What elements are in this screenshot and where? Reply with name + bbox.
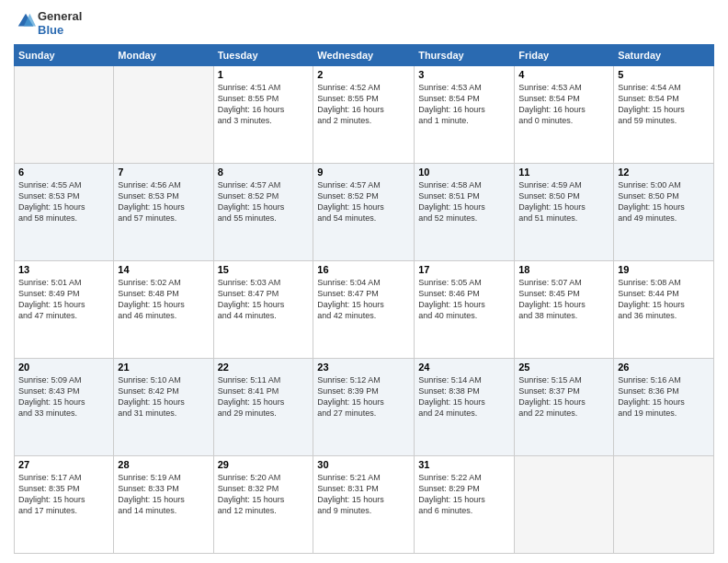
calendar-cell: 11Sunrise: 4:59 AM Sunset: 8:50 PM Dayli… [515, 164, 614, 261]
day-number: 20 [18, 362, 109, 373]
calendar-cell [15, 66, 114, 164]
calendar-cell: 10Sunrise: 4:58 AM Sunset: 8:51 PM Dayli… [415, 164, 515, 261]
day-number: 6 [18, 167, 109, 178]
day-number: 3 [418, 69, 510, 80]
day-number: 15 [218, 264, 310, 275]
calendar-cell: 4Sunrise: 4:53 AM Sunset: 8:54 PM Daylig… [515, 66, 614, 164]
day-info: Sunrise: 5:01 AM Sunset: 8:49 PM Dayligh… [18, 277, 109, 322]
day-number: 8 [218, 167, 310, 178]
calendar-cell: 31Sunrise: 5:22 AM Sunset: 8:29 PM Dayli… [415, 456, 515, 554]
calendar-cell: 30Sunrise: 5:21 AM Sunset: 8:31 PM Dayli… [313, 456, 415, 554]
dow-header-wednesday: Wednesday [313, 45, 415, 66]
calendar-cell: 27Sunrise: 5:17 AM Sunset: 8:35 PM Dayli… [15, 456, 114, 554]
calendar-cell: 23Sunrise: 5:12 AM Sunset: 8:39 PM Dayli… [313, 359, 415, 456]
calendar-cell [614, 456, 714, 554]
day-info: Sunrise: 5:08 AM Sunset: 8:44 PM Dayligh… [618, 277, 710, 322]
dow-header-monday: Monday [114, 45, 213, 66]
day-number: 18 [518, 264, 609, 275]
day-info: Sunrise: 4:53 AM Sunset: 8:54 PM Dayligh… [418, 82, 510, 127]
day-number: 16 [317, 264, 410, 275]
calendar-cell: 13Sunrise: 5:01 AM Sunset: 8:49 PM Dayli… [15, 261, 114, 359]
day-number: 19 [618, 264, 710, 275]
day-info: Sunrise: 4:57 AM Sunset: 8:52 PM Dayligh… [218, 179, 310, 224]
calendar-cell: 26Sunrise: 5:16 AM Sunset: 8:36 PM Dayli… [614, 359, 714, 456]
day-number: 7 [118, 167, 209, 178]
calendar-cell: 24Sunrise: 5:14 AM Sunset: 8:38 PM Dayli… [415, 359, 515, 456]
day-number: 27 [18, 459, 109, 470]
day-number: 30 [317, 459, 410, 470]
day-info: Sunrise: 4:51 AM Sunset: 8:55 PM Dayligh… [218, 82, 310, 127]
calendar-cell: 8Sunrise: 4:57 AM Sunset: 8:52 PM Daylig… [213, 164, 313, 261]
day-info: Sunrise: 5:09 AM Sunset: 8:43 PM Dayligh… [18, 374, 109, 419]
calendar-cell: 17Sunrise: 5:05 AM Sunset: 8:46 PM Dayli… [415, 261, 515, 359]
day-info: Sunrise: 5:07 AM Sunset: 8:45 PM Dayligh… [518, 277, 609, 322]
day-number: 24 [418, 362, 510, 373]
day-number: 22 [218, 362, 310, 373]
day-info: Sunrise: 5:20 AM Sunset: 8:32 PM Dayligh… [218, 472, 310, 517]
day-info: Sunrise: 5:05 AM Sunset: 8:46 PM Dayligh… [418, 277, 510, 322]
dow-header-tuesday: Tuesday [213, 45, 313, 66]
calendar-cell: 19Sunrise: 5:08 AM Sunset: 8:44 PM Dayli… [614, 261, 714, 359]
day-info: Sunrise: 4:53 AM Sunset: 8:54 PM Dayligh… [518, 82, 609, 127]
logo-text-general: General [38, 9, 82, 23]
week-row-4: 20Sunrise: 5:09 AM Sunset: 8:43 PM Dayli… [15, 359, 714, 456]
day-number: 4 [518, 69, 609, 80]
calendar-body: 1Sunrise: 4:51 AM Sunset: 8:55 PM Daylig… [15, 66, 714, 554]
day-number: 12 [618, 167, 710, 178]
day-info: Sunrise: 4:54 AM Sunset: 8:54 PM Dayligh… [618, 82, 710, 127]
dow-header-saturday: Saturday [614, 45, 714, 66]
calendar-cell: 12Sunrise: 5:00 AM Sunset: 8:50 PM Dayli… [614, 164, 714, 261]
day-info: Sunrise: 5:10 AM Sunset: 8:42 PM Dayligh… [118, 374, 209, 419]
day-info: Sunrise: 5:15 AM Sunset: 8:37 PM Dayligh… [518, 374, 609, 419]
day-number: 14 [118, 264, 209, 275]
day-info: Sunrise: 4:55 AM Sunset: 8:53 PM Dayligh… [18, 179, 109, 224]
week-row-1: 1Sunrise: 4:51 AM Sunset: 8:55 PM Daylig… [15, 66, 714, 164]
day-info: Sunrise: 5:12 AM Sunset: 8:39 PM Dayligh… [317, 374, 410, 419]
day-info: Sunrise: 5:00 AM Sunset: 8:50 PM Dayligh… [618, 179, 710, 224]
day-info: Sunrise: 5:19 AM Sunset: 8:33 PM Dayligh… [118, 472, 209, 517]
day-number: 23 [317, 362, 410, 373]
day-info: Sunrise: 5:14 AM Sunset: 8:38 PM Dayligh… [418, 374, 510, 419]
day-number: 9 [317, 167, 410, 178]
day-number: 28 [118, 459, 209, 470]
calendar-cell [114, 66, 213, 164]
day-info: Sunrise: 5:22 AM Sunset: 8:29 PM Dayligh… [418, 472, 510, 517]
day-info: Sunrise: 5:17 AM Sunset: 8:35 PM Dayligh… [18, 472, 109, 517]
calendar-cell: 5Sunrise: 4:54 AM Sunset: 8:54 PM Daylig… [614, 66, 714, 164]
day-number: 29 [218, 459, 310, 470]
calendar-cell: 29Sunrise: 5:20 AM Sunset: 8:32 PM Dayli… [213, 456, 313, 554]
day-info: Sunrise: 4:59 AM Sunset: 8:50 PM Dayligh… [518, 179, 609, 224]
logo-icon [16, 11, 36, 31]
day-info: Sunrise: 5:21 AM Sunset: 8:31 PM Dayligh… [317, 472, 410, 517]
dow-header-sunday: Sunday [15, 45, 114, 66]
day-number: 13 [18, 264, 109, 275]
calendar: SundayMondayTuesdayWednesdayThursdayFrid… [14, 44, 714, 554]
day-number: 5 [618, 69, 710, 80]
dow-header-thursday: Thursday [415, 45, 515, 66]
calendar-cell: 21Sunrise: 5:10 AM Sunset: 8:42 PM Dayli… [114, 359, 213, 456]
calendar-cell: 3Sunrise: 4:53 AM Sunset: 8:54 PM Daylig… [415, 66, 515, 164]
calendar-cell: 22Sunrise: 5:11 AM Sunset: 8:41 PM Dayli… [213, 359, 313, 456]
day-info: Sunrise: 4:52 AM Sunset: 8:55 PM Dayligh… [317, 82, 410, 127]
calendar-cell: 6Sunrise: 4:55 AM Sunset: 8:53 PM Daylig… [15, 164, 114, 261]
week-row-2: 6Sunrise: 4:55 AM Sunset: 8:53 PM Daylig… [15, 164, 714, 261]
week-row-3: 13Sunrise: 5:01 AM Sunset: 8:49 PM Dayli… [15, 261, 714, 359]
calendar-cell: 15Sunrise: 5:03 AM Sunset: 8:47 PM Dayli… [213, 261, 313, 359]
day-number: 1 [218, 69, 310, 80]
logo-text-blue: Blue [38, 23, 82, 37]
day-number: 31 [418, 459, 510, 470]
day-number: 11 [518, 167, 609, 178]
day-info: Sunrise: 4:58 AM Sunset: 8:51 PM Dayligh… [418, 179, 510, 224]
day-info: Sunrise: 4:57 AM Sunset: 8:52 PM Dayligh… [317, 179, 410, 224]
days-of-week-row: SundayMondayTuesdayWednesdayThursdayFrid… [15, 45, 714, 66]
calendar-cell: 28Sunrise: 5:19 AM Sunset: 8:33 PM Dayli… [114, 456, 213, 554]
calendar-cell: 16Sunrise: 5:04 AM Sunset: 8:47 PM Dayli… [313, 261, 415, 359]
calendar-cell: 14Sunrise: 5:02 AM Sunset: 8:48 PM Dayli… [114, 261, 213, 359]
calendar-cell: 18Sunrise: 5:07 AM Sunset: 8:45 PM Dayli… [515, 261, 614, 359]
calendar-cell: 20Sunrise: 5:09 AM Sunset: 8:43 PM Dayli… [15, 359, 114, 456]
week-row-5: 27Sunrise: 5:17 AM Sunset: 8:35 PM Dayli… [15, 456, 714, 554]
day-info: Sunrise: 5:02 AM Sunset: 8:48 PM Dayligh… [118, 277, 209, 322]
day-number: 17 [418, 264, 510, 275]
header: General Blue [14, 9, 714, 37]
calendar-cell: 1Sunrise: 4:51 AM Sunset: 8:55 PM Daylig… [213, 66, 313, 164]
